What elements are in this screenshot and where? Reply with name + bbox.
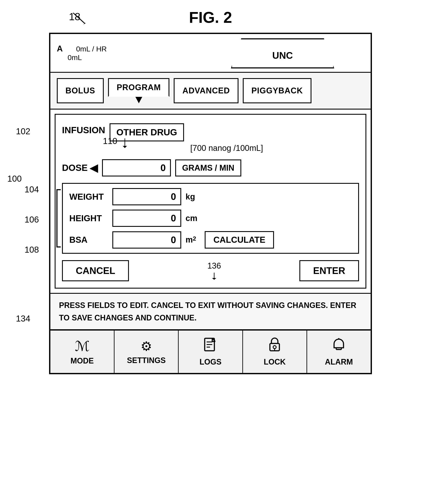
weight-row: WEIGHT 0 kg [69, 188, 352, 205]
alarm-label: ALARM [325, 357, 353, 366]
height-unit: cm [186, 214, 197, 223]
weight-unit: kg [186, 192, 195, 201]
action-row: CANCEL 136 ENTER [62, 260, 359, 281]
program-indicator-arrow [135, 97, 142, 103]
status-bar: A 0mL / HR 0mL UNC [50, 34, 371, 73]
hospital-display: UNC [231, 38, 334, 68]
volume-display: 0mL [68, 53, 188, 62]
nav-item-mode[interactable]: ℳ MODE [50, 330, 114, 373]
bsa-unit: m2 [186, 235, 196, 245]
svg-line-0 [73, 13, 85, 24]
program-button[interactable]: PROGRAM [108, 78, 169, 97]
lock-label: LOCK [264, 357, 286, 366]
nav-item-alarm[interactable]: ALARM [307, 330, 371, 373]
weight-label: WEIGHT [69, 192, 108, 202]
ref-134-label: 134 [16, 314, 30, 323]
lock-icon [268, 337, 281, 355]
settings-label: SETTINGS [127, 356, 166, 365]
figure-title: FIG. 2 [189, 9, 232, 26]
nav-button-bar: BOLUS PROGRAM ADVANCED PIGGYBACK [50, 73, 371, 109]
bsa-input[interactable]: 0 [112, 231, 181, 249]
mode-icon: ℳ [75, 338, 90, 354]
rate-display: 0mL / HR [76, 45, 107, 53]
nav-item-lock[interactable]: LOCK [243, 330, 307, 373]
channel-label: A [57, 44, 63, 53]
bsa-label: BSA [69, 235, 108, 245]
ref-102-label: 102 [16, 126, 30, 136]
bsa-row: BSA 0 m2 CALCULATE [69, 231, 352, 249]
concentration-display: [700 nanog /100mL] [94, 144, 359, 153]
ref-136-label: 136 [207, 261, 221, 270]
piggyback-button[interactable]: PIGGYBACK [243, 78, 312, 103]
ref-104-label: 104 [24, 185, 39, 194]
ref-136-arrow [208, 272, 221, 280]
alarm-icon [332, 337, 346, 355]
dose-unit-button[interactable]: GRAMS / MIN [175, 159, 241, 176]
mode-label: MODE [71, 356, 94, 366]
calculate-button[interactable]: CALCULATE [205, 231, 274, 249]
dose-input[interactable]: 0 [102, 159, 171, 176]
bolus-button[interactable]: BOLUS [57, 78, 104, 103]
patient-data-section: WEIGHT 0 kg HEIGHT 0 cm BSA 0 m2 CALCULA… [62, 183, 359, 254]
ref-arrow-18 [71, 11, 88, 26]
svg-marker-5 [212, 278, 216, 280]
device-frame: 102 100 104 106 108 134 A 0mL / HR 0mL U… [49, 33, 372, 374]
weight-input[interactable]: 0 [112, 188, 181, 205]
height-row: HEIGHT 0 cm [69, 210, 352, 227]
infusion-label: INFUSION [62, 123, 105, 135]
dose-row: DOSE ◀ 0 GRAMS / MIN [62, 159, 359, 176]
ref-106-label: 106 [24, 215, 39, 224]
dose-label: DOSE ◀ [62, 162, 98, 174]
figure-header: 18 FIG. 2 [4, 9, 417, 26]
nav-item-settings[interactable]: ⚙ SETTINGS [114, 330, 179, 373]
status-message-text: PRESS FIELDS TO EDIT. CANCEL TO EXIT WIT… [59, 301, 356, 322]
height-input[interactable]: 0 [112, 210, 181, 227]
dose-arrow-icon: ◀ [90, 162, 98, 174]
main-panel: 110 INFUSION OTHER DRUG [700 nanog /100m… [55, 114, 366, 288]
ref-100-label: 100 [7, 174, 22, 183]
logs-label: LOGS [199, 357, 222, 366]
status-message: PRESS FIELDS TO EDIT. CANCEL TO EXIT WIT… [50, 293, 371, 329]
svg-point-12 [273, 346, 276, 349]
status-right: UNC [195, 34, 371, 72]
status-left: A 0mL / HR 0mL [50, 34, 195, 72]
height-label: HEIGHT [69, 213, 108, 223]
ref-108-label: 108 [24, 245, 39, 254]
svg-marker-3 [123, 146, 127, 148]
advanced-button[interactable]: ADVANCED [174, 78, 239, 103]
cancel-button[interactable]: CANCEL [62, 260, 129, 281]
hospital-name: UNC [272, 50, 293, 61]
settings-icon: ⚙ [141, 339, 152, 354]
ref-110-arrow [118, 137, 131, 148]
logs-icon [204, 337, 217, 355]
nav-item-logs[interactable]: LOGS [179, 330, 243, 373]
enter-button[interactable]: ENTER [299, 260, 359, 281]
bottom-nav-bar: ℳ MODE ⚙ SETTINGS LOGS [50, 329, 371, 373]
ref-110-label: 110 [103, 136, 117, 146]
